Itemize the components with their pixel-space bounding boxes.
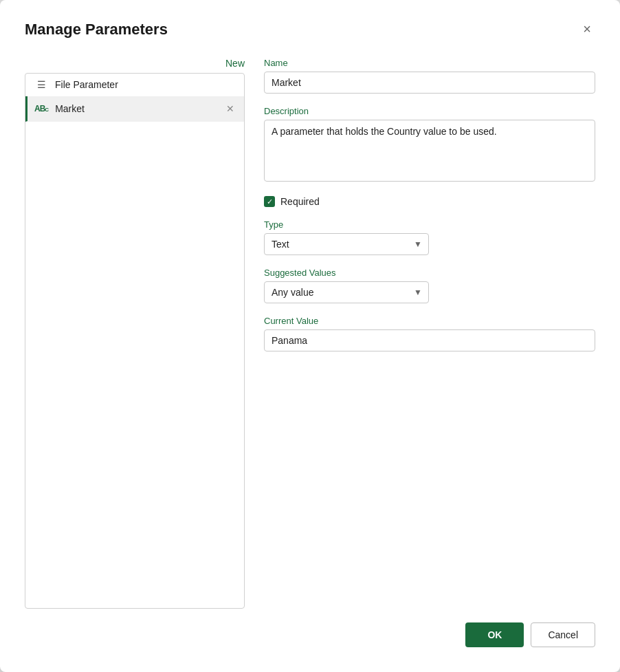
name-field-group: Name: [264, 58, 595, 94]
type-select-wrapper: Text Number Date/Time Date Time True/Fal…: [264, 233, 429, 255]
description-input[interactable]: A parameter that holds the Country value…: [264, 120, 595, 182]
checkmark-icon: ✓: [267, 198, 273, 206]
new-link[interactable]: New: [225, 58, 245, 69]
description-field-group: Description A parameter that holds the C…: [264, 106, 595, 184]
close-button[interactable]: ×: [579, 21, 595, 37]
ok-button[interactable]: OK: [465, 622, 524, 647]
delete-param-button[interactable]: ✕: [223, 102, 237, 116]
left-panel: New ☰ File Parameter ABC Market ✕: [25, 58, 245, 609]
current-value-label: Current Value: [264, 316, 595, 326]
dialog-footer: OK Cancel: [25, 609, 595, 647]
cancel-button[interactable]: Cancel: [531, 622, 595, 647]
abc-icon: ABC: [34, 104, 48, 113]
description-label: Description: [264, 106, 595, 116]
required-label: Required: [280, 196, 320, 207]
param-item-label: Market: [55, 103, 217, 114]
type-field-group: Type Text Number Date/Time Date Time Tru…: [264, 219, 595, 255]
dialog-header: Manage Parameters ×: [25, 21, 595, 39]
suggested-values-select[interactable]: Any value List of values Query: [264, 281, 429, 303]
suggested-values-label: Suggested Values: [264, 268, 595, 278]
suggested-values-field-group: Suggested Values Any value List of value…: [264, 268, 595, 303]
file-icon: ☰: [34, 79, 48, 90]
right-panel: Name Description A parameter that holds …: [245, 58, 595, 609]
name-input[interactable]: [264, 72, 595, 94]
type-label: Type: [264, 219, 595, 230]
parameter-list: ☰ File Parameter ABC Market ✕: [25, 73, 245, 609]
required-row: ✓ Required: [264, 196, 595, 207]
param-item-label: File Parameter: [55, 79, 237, 90]
suggested-values-select-wrapper: Any value List of values Query ▼: [264, 281, 429, 303]
list-item[interactable]: ☰ File Parameter: [25, 74, 244, 96]
type-select[interactable]: Text Number Date/Time Date Time True/Fal…: [264, 233, 429, 255]
dialog-body: New ☰ File Parameter ABC Market ✕: [25, 58, 595, 609]
current-value-input[interactable]: [264, 329, 595, 351]
list-item[interactable]: ABC Market ✕: [25, 96, 244, 122]
name-label: Name: [264, 58, 595, 68]
dialog-title: Manage Parameters: [25, 21, 168, 39]
manage-parameters-dialog: Manage Parameters × New ☰ File Parameter…: [0, 0, 620, 672]
required-checkbox[interactable]: ✓: [264, 196, 275, 207]
current-value-field-group: Current Value: [264, 316, 595, 351]
